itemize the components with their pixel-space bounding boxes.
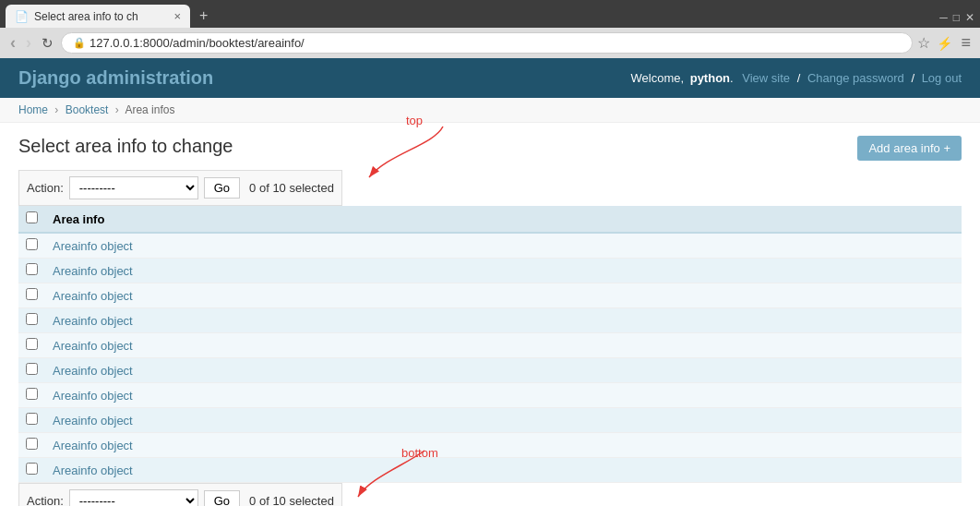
table-header-checkbox: [18, 206, 45, 233]
table-row-link-1[interactable]: Areainfo object: [53, 264, 133, 278]
table-cell-cb-7: [18, 408, 45, 433]
address-bar: ‹ › ↻ 🔒 127.0.0.1:8000/admin/booktest/ar…: [0, 28, 980, 58]
row-checkbox-0[interactable]: [26, 238, 38, 250]
table-header-col1: Area info: [45, 206, 962, 233]
table-row: Areainfo object: [18, 308, 962, 333]
table-row-link-0[interactable]: Areainfo object: [53, 239, 133, 253]
row-checkbox-8[interactable]: [26, 438, 38, 450]
logout-link[interactable]: Log out: [922, 71, 962, 85]
table-cell-4: Areainfo object: [45, 333, 962, 358]
tab-bar: 📄 Select area info to ch × + ─ □ ✕: [0, 0, 980, 28]
menu-icon[interactable]: ≡: [959, 33, 973, 53]
admin-user-info: Welcome, python. View site / Change pass…: [631, 71, 962, 85]
table-row-link-7[interactable]: Areainfo object: [53, 414, 133, 428]
selected-count-bottom: 0 of 10 selected: [249, 494, 334, 506]
table-cell-0: Areainfo object: [45, 233, 962, 259]
table-row: Areainfo object: [18, 259, 962, 283]
table-cell-cb-1: [18, 259, 45, 283]
row-checkbox-7[interactable]: [26, 413, 38, 425]
change-password-link[interactable]: Change password: [807, 71, 904, 85]
table-row-link-4[interactable]: Areainfo object: [53, 339, 133, 353]
url-lock-icon: 🔒: [73, 37, 86, 49]
admin-header: Django administration Welcome, python. V…: [0, 58, 980, 98]
top-arrow-svg: [360, 126, 452, 182]
breadcrumb: Home › Booktest › Area infos: [0, 98, 980, 123]
table-cell-3: Areainfo object: [45, 308, 962, 333]
selected-count-top: 0 of 10 selected: [249, 181, 334, 195]
bottom-section: Action: --------- Go 0 of 10 selected bo…: [18, 483, 962, 506]
breadcrumb-current: Area infos: [125, 103, 174, 116]
action-label-bottom: Action:: [27, 494, 64, 506]
table-row: Areainfo object: [18, 333, 962, 358]
extensions-icon[interactable]: ⚡: [935, 36, 954, 51]
bottom-action-bar: Action: --------- Go 0 of 10 selected: [18, 483, 342, 506]
table-cell-8: Areainfo object: [45, 433, 962, 458]
tab-favicon: 📄: [15, 10, 29, 23]
table-cell-cb-0: [18, 233, 45, 259]
refresh-button[interactable]: ↻: [39, 35, 56, 52]
table-cell-9: Areainfo object: [45, 458, 962, 483]
breadcrumb-home[interactable]: Home: [18, 103, 48, 116]
top-action-bar: Action: --------- Go 0 of 10 selected: [18, 170, 342, 206]
top-annotation: top: [360, 126, 452, 185]
table-cell-cb-2: [18, 283, 45, 308]
row-checkbox-5[interactable]: [26, 363, 38, 375]
action-label-top: Action:: [27, 181, 64, 195]
select-all-checkbox[interactable]: [26, 211, 38, 223]
results-table: Area info Areainfo objectAreainfo object…: [18, 206, 962, 483]
row-checkbox-1[interactable]: [26, 263, 38, 275]
table-cell-5: Areainfo object: [45, 358, 962, 383]
breadcrumb-booktest[interactable]: Booktest: [66, 103, 109, 116]
view-site-link[interactable]: View site: [742, 71, 790, 85]
action-select-top[interactable]: ---------: [69, 176, 198, 199]
table-cell-cb-9: [18, 458, 45, 483]
row-checkbox-4[interactable]: [26, 338, 38, 350]
table-cell-7: Areainfo object: [45, 408, 962, 433]
table-row-link-2[interactable]: Areainfo object: [53, 289, 133, 303]
username: python: [690, 71, 730, 85]
maximize-icon[interactable]: □: [953, 11, 960, 24]
table-cell-2: Areainfo object: [45, 283, 962, 308]
admin-title: Django administration: [18, 67, 213, 89]
back-button[interactable]: ‹: [7, 33, 18, 53]
table-row: Areainfo object: [18, 408, 962, 433]
table-cell-cb-4: [18, 333, 45, 358]
table-row-link-6[interactable]: Areainfo object: [53, 389, 133, 403]
table-row-link-8[interactable]: Areainfo object: [53, 439, 133, 452]
page-title: Select area info to change: [18, 136, 233, 157]
table-cell-cb-3: [18, 308, 45, 333]
row-checkbox-2[interactable]: [26, 288, 38, 300]
tab-close-icon[interactable]: ×: [173, 9, 181, 23]
table-cell-cb-8: [18, 433, 45, 458]
browser-chrome: 📄 Select area info to ch × + ─ □ ✕ ‹ › ↻…: [0, 0, 980, 58]
active-tab[interactable]: 📄 Select area info to ch ×: [6, 5, 190, 28]
forward-button[interactable]: ›: [23, 33, 34, 53]
minimize-icon[interactable]: ─: [939, 11, 948, 24]
table-cell-cb-6: [18, 383, 45, 408]
go-button-bottom[interactable]: Go: [204, 490, 240, 506]
window-controls: ─ □ ✕: [939, 11, 974, 28]
table-row: Areainfo object: [18, 358, 962, 383]
add-area-info-button[interactable]: Add area info +: [857, 136, 962, 161]
table-cell-1: Areainfo object: [45, 259, 962, 283]
table-row-link-5[interactable]: Areainfo object: [53, 364, 133, 378]
close-icon[interactable]: ✕: [965, 11, 974, 24]
table-row: Areainfo object: [18, 458, 962, 483]
row-checkbox-3[interactable]: [26, 313, 38, 325]
table-row: Areainfo object: [18, 233, 962, 259]
tab-title: Select area info to ch: [34, 10, 168, 23]
action-select-bottom[interactable]: ---------: [69, 489, 198, 506]
new-tab-button[interactable]: +: [192, 4, 215, 28]
content-header: Select area info to change top Add area …: [18, 136, 962, 161]
table-row-link-3[interactable]: Areainfo object: [53, 314, 133, 328]
bookmark-star-icon[interactable]: ☆: [917, 34, 930, 52]
go-button-top[interactable]: Go: [204, 177, 240, 199]
table-row: Areainfo object: [18, 383, 962, 408]
table-cell-cb-5: [18, 358, 45, 383]
url-text: 127.0.0.1:8000/admin/booktest/areainfo/: [90, 36, 305, 50]
row-checkbox-6[interactable]: [26, 388, 38, 400]
row-checkbox-9[interactable]: [26, 463, 38, 475]
table-row-link-9[interactable]: Areainfo object: [53, 464, 133, 477]
table-row: Areainfo object: [18, 433, 962, 458]
url-bar[interactable]: 🔒 127.0.0.1:8000/admin/booktest/areainfo…: [61, 32, 913, 54]
